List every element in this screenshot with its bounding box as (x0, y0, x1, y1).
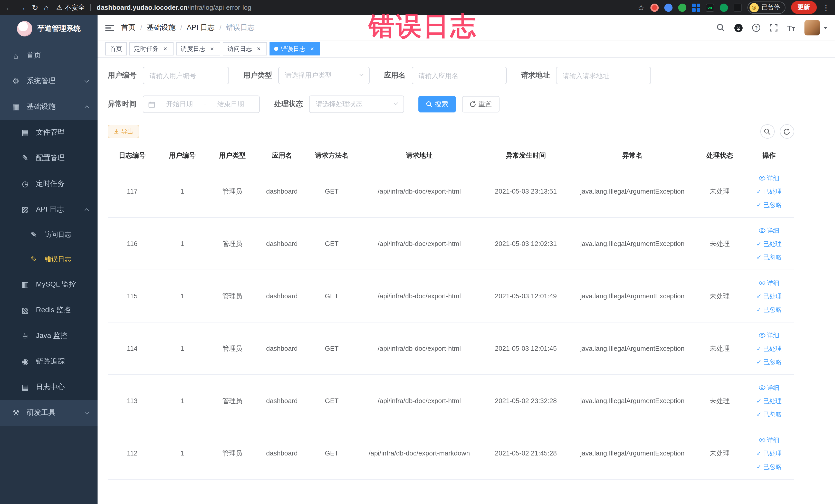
tools-icon: ⚒ (11, 408, 21, 418)
bookmark-star-icon[interactable]: ☆ (638, 4, 645, 11)
error-log-table: 日志编号 用户编号 用户类型 应用名 请求方法名 请求地址 异常发生时间 异常名… (108, 146, 794, 480)
detail-link[interactable]: 详细 (759, 328, 779, 342)
ignored-link[interactable]: ✓已忽略 (756, 303, 781, 316)
user-type-label: 用户类型 (243, 71, 272, 80)
tab-error-log[interactable]: 错误日志× (269, 42, 320, 56)
sidebar-item-devtools[interactable]: ⚒ 研发工具 (0, 400, 98, 426)
close-icon[interactable]: × (162, 45, 169, 53)
close-icon[interactable]: × (255, 45, 262, 53)
detail-link[interactable]: 详细 (759, 276, 779, 289)
doc-icon: ✎ (29, 230, 39, 239)
detail-link[interactable]: 详细 (759, 171, 779, 185)
chevron-down-icon (85, 410, 89, 415)
update-button[interactable]: 更新 (791, 1, 816, 14)
sidebar-item-jobs[interactable]: ◷ 定时任务 (0, 171, 98, 197)
sidebar-item-api-log[interactable]: ▨ API 日志 (0, 197, 98, 222)
extension-icon-blue[interactable] (664, 3, 672, 12)
ignored-link[interactable]: ✓已忽略 (756, 250, 781, 264)
col-app-name: 应用名 (257, 146, 307, 165)
extension-icon-leaf[interactable] (719, 3, 728, 12)
back-icon[interactable]: ← (5, 4, 13, 11)
fullscreen-icon[interactable] (770, 24, 778, 32)
processed-link[interactable]: ✓已处理 (756, 394, 781, 407)
extension-icon-red[interactable] (650, 3, 658, 12)
reset-button[interactable]: 重置 (462, 96, 500, 113)
sidebar-item-system[interactable]: ⚙ 系统管理 (0, 68, 98, 94)
home-icon[interactable]: ⌂ (44, 4, 48, 11)
filter-app-name: 应用名 (384, 67, 507, 84)
processed-link[interactable]: ✓已处理 (756, 237, 781, 250)
sidebar-item-log-center[interactable]: ▤ 日志中心 (0, 374, 98, 400)
ignored-link[interactable]: ✓已忽略 (756, 407, 781, 421)
extension-icon-on[interactable]: on (706, 3, 714, 12)
sidebar-item-java[interactable]: ☕ Java 监控 (0, 323, 98, 349)
font-size-icon[interactable]: TT (787, 24, 795, 32)
table-row: 113 1 管理员 dashboard GET /api/infra/db-do… (108, 375, 794, 427)
logo[interactable]: 芋道管理系统 (0, 15, 98, 43)
profile-avatar-icon: ☺ (749, 3, 758, 12)
fold-sidebar-icon[interactable] (105, 24, 114, 32)
detail-link[interactable]: 详细 (759, 381, 779, 394)
refresh-button[interactable] (779, 124, 794, 139)
request-url-label: 请求地址 (521, 71, 550, 80)
svg-text:?: ? (755, 25, 758, 31)
sidebar-item-infra[interactable]: ▦ 基础设施 (0, 94, 98, 120)
processed-link[interactable]: ✓已处理 (756, 342, 781, 355)
user-type-select[interactable]: 请选择用户类型 (278, 67, 370, 84)
help-icon[interactable]: ? (752, 24, 760, 32)
sidebar-item-config[interactable]: ✎ 配置管理 (0, 145, 98, 171)
profile-chip[interactable]: ☺ 已暂停 (747, 1, 785, 14)
coffee-icon: ☕ (21, 331, 30, 340)
browser-menu-icon[interactable]: ⋮ (822, 3, 830, 12)
user-menu[interactable] (804, 20, 827, 36)
ignored-link[interactable]: ✓已忽略 (756, 460, 781, 473)
search-icon[interactable] (717, 24, 725, 32)
extension-icon-pin[interactable] (733, 3, 741, 12)
detail-link[interactable]: 详细 (759, 224, 779, 237)
detail-link[interactable]: 详细 (759, 433, 779, 446)
github-icon[interactable] (734, 23, 743, 32)
processed-link[interactable]: ✓已处理 (756, 446, 781, 460)
processed-link[interactable]: ✓已处理 (756, 289, 781, 303)
table-row: 112 1 管理员 dashboard GET /api/infra/db-do… (108, 427, 794, 479)
process-status-select[interactable]: 请选择处理状态 (309, 96, 404, 113)
ignored-link[interactable]: ✓已忽略 (756, 198, 781, 211)
user-id-label: 用户编号 (108, 71, 137, 80)
filter-row-2: 异常时间 开始日期 - 结束日期 处理状态 请选择处理状态 (108, 96, 794, 113)
sidebar-item-files[interactable]: ▤ 文件管理 (0, 120, 98, 145)
user-id-input[interactable] (143, 67, 229, 84)
filter-request-url: 请求地址 (521, 67, 651, 84)
breadcrumb-item-infra[interactable]: 基础设施 (147, 23, 176, 32)
browser-chrome: ← → ↻ ⌂ ⚠ 不安全 dashboard.yudao.iocoder.cn… (0, 0, 835, 15)
ignored-link[interactable]: ✓已忽略 (756, 355, 781, 368)
app-name-input[interactable] (412, 67, 507, 84)
forward-icon[interactable]: → (19, 4, 26, 11)
address-bar[interactable]: dashboard.yudao.iocoder.cn/infra/log/api… (97, 4, 251, 11)
tab-home[interactable]: 首页 (105, 42, 127, 56)
extension-icon-vue[interactable] (678, 3, 686, 12)
security-chip[interactable]: ⚠ 不安全 (56, 3, 85, 12)
request-url-input[interactable] (556, 67, 651, 84)
close-icon[interactable]: × (308, 45, 316, 53)
tab-access-log[interactable]: 访问日志× (223, 42, 267, 56)
sidebar-item-redis[interactable]: ▧ Redis 监控 (0, 297, 98, 323)
reload-icon[interactable]: ↻ (32, 4, 38, 11)
sidebar-item-access-log[interactable]: ✎ 访问日志 (0, 222, 98, 247)
breadcrumb-item-api-log[interactable]: API 日志 (187, 23, 215, 32)
tab-job[interactable]: 定时任务× (129, 42, 174, 56)
toggle-search-button[interactable] (760, 124, 774, 139)
tab-job-log[interactable]: 调度日志× (176, 42, 220, 56)
extension-icon-grid[interactable] (692, 3, 700, 12)
close-icon[interactable]: × (208, 45, 216, 53)
export-button[interactable]: 导出 (108, 125, 139, 138)
chevron-down-icon (85, 78, 89, 83)
sidebar-item-home[interactable]: ⌂ 首页 (0, 43, 98, 68)
sidebar-item-error-log[interactable]: ✎ 错误日志 (0, 247, 98, 271)
date-range-picker[interactable]: 开始日期 - 结束日期 (143, 96, 260, 113)
sidebar-item-mysql[interactable]: ▥ MySQL 监控 (0, 271, 98, 297)
table-tools (760, 124, 794, 139)
breadcrumb-item-home[interactable]: 首页 (121, 23, 136, 32)
processed-link[interactable]: ✓已处理 (756, 185, 781, 198)
search-button[interactable]: 搜索 (419, 96, 456, 113)
sidebar-item-trace[interactable]: ◉ 链路追踪 (0, 349, 98, 374)
